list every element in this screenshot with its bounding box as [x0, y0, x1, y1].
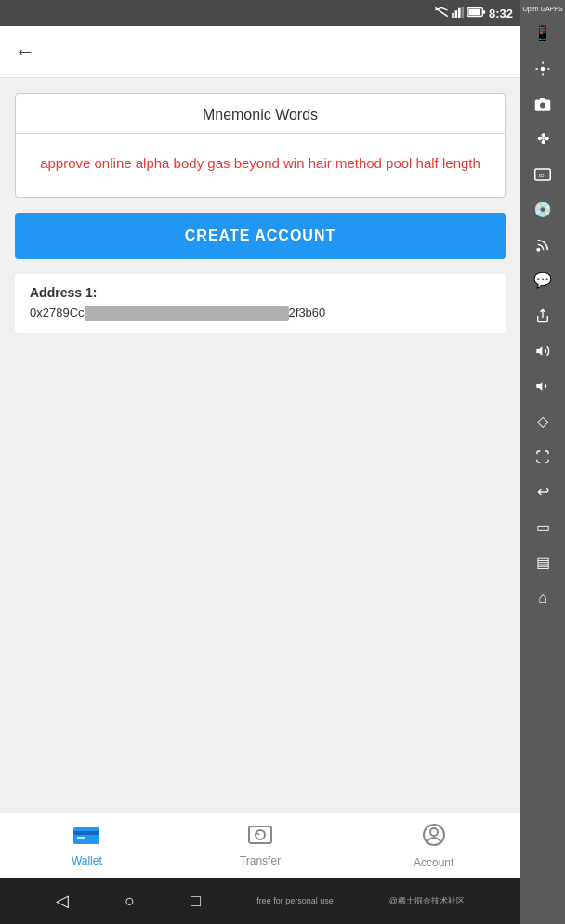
- wallet-label: Wallet: [72, 854, 102, 867]
- svg-point-0: [541, 66, 545, 71]
- battery-icon: [467, 7, 486, 20]
- status-time: 8:32: [489, 7, 513, 20]
- transfer-icon: [247, 825, 273, 851]
- address-prefix: 0x2789Cc: [30, 306, 85, 319]
- nav-item-wallet[interactable]: Wallet: [0, 813, 174, 878]
- wallet-icon: [73, 825, 99, 851]
- create-account-button[interactable]: CREATE ACCOUNT: [15, 213, 506, 259]
- open-gapps-label[interactable]: Open GAPPS: [522, 4, 562, 15]
- svg-rect-12: [458, 8, 461, 18]
- bottom-nav: Wallet Transfer Account: [0, 813, 520, 878]
- content-area: Mnemonic Words approve online alpha body…: [0, 78, 520, 813]
- sidebar-icon-camera[interactable]: [524, 87, 561, 121]
- account-icon: [422, 823, 446, 852]
- main-area: 8:32 ← Mnemonic Words approve online alp…: [0, 0, 520, 924]
- sidebar-icon-share[interactable]: [524, 299, 561, 332]
- sidebar-icon-eraser[interactable]: ◇: [524, 405, 561, 438]
- svg-point-21: [256, 830, 265, 839]
- sidebar-icon-gps[interactable]: [524, 52, 561, 85]
- watermark-text: free for personal use: [256, 896, 334, 905]
- status-icons: 8:32: [434, 7, 513, 20]
- android-back-button[interactable]: ◁: [56, 891, 69, 911]
- address-section: Address 1: 0x2789Cc 2f3b60: [15, 274, 506, 333]
- address-suffix: 2f3b60: [289, 306, 326, 319]
- svg-rect-15: [482, 10, 485, 14]
- svg-point-6: [536, 247, 540, 251]
- sidebar-icon-back[interactable]: ↩: [524, 475, 561, 509]
- status-bar: 8:32: [0, 0, 520, 26]
- svg-rect-19: [77, 837, 85, 839]
- sidebar-icon-phone[interactable]: 📱: [524, 17, 561, 50]
- svg-rect-18: [73, 831, 99, 835]
- sidebar-icon-move[interactable]: ✤: [524, 123, 561, 156]
- sidebar-icon-volume-down[interactable]: [524, 370, 561, 403]
- sidebar-icon-recent[interactable]: ▭: [524, 511, 561, 544]
- sidebar-icon-home[interactable]: ⌂: [524, 581, 561, 615]
- watermark-right: @稀土掘金技术社区: [389, 895, 465, 907]
- sidebar-icon-menu[interactable]: ▤: [524, 546, 561, 579]
- svg-rect-10: [452, 13, 454, 18]
- transfer-label: Transfer: [240, 854, 281, 867]
- svg-rect-16: [468, 9, 480, 15]
- svg-rect-17: [73, 827, 99, 844]
- account-label: Account: [414, 856, 453, 869]
- right-sidebar: Open GAPPS 📱 ✤ ID 💿 💬 ◇ ↩ ▭ ▤ ⌂: [520, 0, 565, 924]
- svg-marker-8: [536, 382, 542, 390]
- svg-marker-7: [536, 346, 542, 355]
- svg-text:ID: ID: [539, 173, 545, 178]
- sidebar-icon-id[interactable]: ID: [524, 158, 561, 191]
- svg-rect-3: [540, 98, 545, 100]
- sidebar-icon-rss[interactable]: [524, 228, 561, 262]
- wifi-off-icon: [434, 7, 449, 20]
- nav-item-account[interactable]: Account: [347, 813, 520, 878]
- sidebar-icon-disc[interactable]: 💿: [524, 193, 561, 227]
- sidebar-icon-fullscreen[interactable]: [524, 440, 561, 474]
- address-label: Address 1:: [30, 285, 491, 300]
- address-value: 0x2789Cc 2f3b60: [30, 304, 491, 322]
- signal-icon: [452, 7, 465, 20]
- app-header: ←: [0, 26, 520, 78]
- svg-rect-20: [249, 826, 271, 843]
- nav-item-transfer[interactable]: Transfer: [174, 813, 348, 878]
- android-bottom-bar: ◁ ○ □ free for personal use @稀土掘金技术社区: [0, 878, 520, 924]
- android-recent-button[interactable]: □: [191, 891, 201, 911]
- svg-rect-13: [461, 7, 464, 18]
- android-home-button[interactable]: ○: [125, 891, 135, 911]
- svg-point-2: [540, 102, 545, 108]
- mnemonic-card: Mnemonic Words approve online alpha body…: [15, 93, 506, 198]
- address-blurred: [85, 306, 289, 321]
- sidebar-icon-volume-up[interactable]: [524, 334, 561, 368]
- sidebar-icon-message[interactable]: 💬: [524, 264, 561, 297]
- svg-rect-11: [455, 10, 458, 18]
- svg-point-23: [430, 828, 438, 836]
- mnemonic-title: Mnemonic Words: [16, 94, 505, 134]
- back-button[interactable]: ←: [15, 40, 35, 64]
- mnemonic-words: approve online alpha body gas beyond win…: [16, 134, 505, 197]
